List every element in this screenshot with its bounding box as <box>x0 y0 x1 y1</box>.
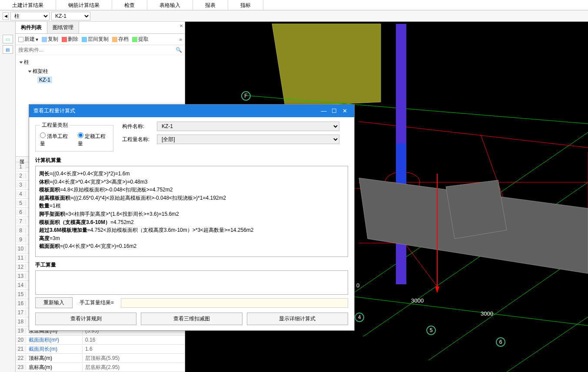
calc-line: 截面面积=(0.4<长度>*0.4<宽度>)=0.16m2 <box>39 242 344 250</box>
dim-2: 3000 <box>481 310 493 317</box>
reenter-button[interactable]: 重新输入 <box>35 297 73 308</box>
search-icon[interactable]: 🔍 <box>176 47 182 53</box>
maximize-icon[interactable]: ☐ <box>329 108 339 114</box>
manual-calc-box[interactable] <box>35 270 348 295</box>
tree-leaf[interactable]: KZ-1 <box>20 76 180 84</box>
manual-result-label: 手工算量结果= <box>80 299 114 306</box>
tab-rebar[interactable]: 钢筋计算结果 <box>56 0 112 10</box>
top-tab-bar: 土建计算结果 钢筋计算结果 检查 表格输入 报表 指标 <box>0 0 588 10</box>
view-3d-button[interactable]: 查看三维扣减图 <box>141 313 242 325</box>
prop-row[interactable]: 20截面面积(m²)0.16 <box>16 336 185 345</box>
nav-left-icon[interactable]: ◀ <box>3 12 9 20</box>
calc-line: 周长=((0.4<长度>+0.4<宽度>)*2)=1.6m <box>39 170 344 178</box>
svg-marker-0 <box>272 24 381 106</box>
selector-toolbar: ◀ 柱 KZ-1 <box>0 10 588 22</box>
layer-copy-icon <box>82 37 87 42</box>
svg-line-5 <box>507 317 588 372</box>
delete-icon <box>62 37 67 42</box>
tool-icon-1[interactable]: ▭ <box>3 35 13 43</box>
qty-name-label: 工程量名称: <box>122 136 153 143</box>
comp-name-select[interactable]: KZ-1 <box>157 122 339 131</box>
axis-mark-5: 5 <box>426 326 436 335</box>
manual-result-value <box>121 298 348 308</box>
tab-table-input[interactable]: 表格输入 <box>147 0 193 10</box>
computer-section-title: 计算机算量 <box>35 157 348 164</box>
tab-report[interactable]: 报表 <box>193 0 228 10</box>
tab-earthwork[interactable]: 土建计算结果 <box>0 0 56 10</box>
prop-row[interactable]: 23底标高(m)层底标高(2.95) <box>16 363 185 372</box>
calc-line: 数量=1根 <box>39 202 344 210</box>
dialog-title: 查看工程量计算式 <box>33 107 75 115</box>
svg-line-6 <box>342 295 588 326</box>
archive-icon <box>112 37 117 42</box>
qty-name-select[interactable]: [全部] <box>157 135 339 144</box>
name-select[interactable]: KZ-1 <box>51 12 90 20</box>
calc-line: 模板面积（支模高度3.6-10M）=4.752m2 <box>39 218 344 227</box>
more-tools-icon[interactable]: » <box>179 36 182 43</box>
copy-icon <box>42 37 47 42</box>
dim-1: 3000 <box>411 297 424 304</box>
axis-mark-4: 4 <box>355 313 364 322</box>
radio-list[interactable]: 清单工程量 <box>40 132 71 148</box>
dim-0: 0 <box>356 282 359 289</box>
dialog-titlebar[interactable]: 查看工程量计算式 — ☐ ✕ <box>29 105 354 117</box>
computer-calc-box[interactable]: 周长=((0.4<长度>+0.4<宽度>)*2)=1.6m体积=(0.4<长度>… <box>35 166 348 257</box>
minimize-icon[interactable]: — <box>319 108 329 114</box>
prop-row[interactable]: 22顶标高(m)层顶标高(5.95) <box>16 354 185 363</box>
type-select[interactable]: 柱 <box>10 12 50 20</box>
calc-line: 高度=3m <box>39 234 344 243</box>
svg-marker-22 <box>435 286 439 293</box>
category-legend: 工程量类别 <box>40 122 70 129</box>
axis-mark-6: 6 <box>496 337 505 347</box>
new-icon <box>18 37 23 42</box>
radio-quota[interactable]: 定额工程量 <box>78 132 109 148</box>
panel-tab-components[interactable]: 构件列表 <box>16 22 47 33</box>
calculation-dialog: 查看工程量计算式 — ☐ ✕ 工程量类别 清单工程量 定额工程量 构件名称: K… <box>29 104 355 331</box>
archive-button[interactable]: 存档 <box>112 36 129 43</box>
tab-index[interactable]: 指标 <box>228 0 263 10</box>
new-button[interactable]: 新建 ▾ <box>18 36 38 43</box>
comp-name-label: 构件名称: <box>122 123 153 130</box>
calc-line: 脚手架面积=3<柱脚手架高度>*(1.6<投影周长>+3.6)=15.6m2 <box>39 210 344 218</box>
calc-line: 模板面积=4.8<原始模板面积>-0.048<扣现浇板>=4.752m2 <box>39 186 344 194</box>
panel-close-icon[interactable]: ✕ <box>179 23 183 28</box>
calc-line: 体积=(0.4<长度>*0.4<宽度>*3<高度>)=0.48m3 <box>39 178 344 186</box>
extract-button[interactable]: 提取 <box>132 36 149 43</box>
tool-icon-2[interactable]: ▤ <box>3 45 13 54</box>
tab-check[interactable]: 检查 <box>112 0 147 10</box>
tree-root[interactable]: 柱 <box>20 58 180 67</box>
component-toolbar: 新建 ▾ 复制 删除 层间复制 存档 提取 » <box>16 34 185 45</box>
layer-copy-button[interactable]: 层间复制 <box>82 36 109 43</box>
calc-line: 超过3.6M模板增加量=4.752<原始模板面积（支模高度3.6m-10m）>*… <box>39 226 344 234</box>
left-icon-strip: ▭ ▤ <box>0 22 16 372</box>
delete-button[interactable]: 删除 <box>62 36 78 43</box>
show-detail-button[interactable]: 显示详细计算式 <box>247 313 348 325</box>
axis-mark-f: F <box>241 91 251 101</box>
prop-row[interactable]: 21截面周长(m)1.6 <box>16 345 185 354</box>
extract-icon <box>132 37 137 42</box>
manual-section-title: 手工算量 <box>35 261 348 269</box>
svg-line-8 <box>359 122 588 148</box>
svg-marker-20 <box>446 180 507 239</box>
calc-line: 超高模板面积=(((2.65*0.4)*4)<原始超高模板面积>-0.048<扣… <box>39 194 344 202</box>
tree-child[interactable]: 框架柱 <box>20 67 180 76</box>
copy-button[interactable]: 复制 <box>42 36 58 43</box>
component-tree: 柱 框架柱 KZ-1 <box>16 55 185 86</box>
view-rules-button[interactable]: 查看计算规则 <box>35 313 136 325</box>
close-icon[interactable]: ✕ <box>339 108 350 114</box>
panel-tab-drawings[interactable]: 图纸管理 <box>47 22 79 33</box>
search-input[interactable] <box>18 47 176 53</box>
